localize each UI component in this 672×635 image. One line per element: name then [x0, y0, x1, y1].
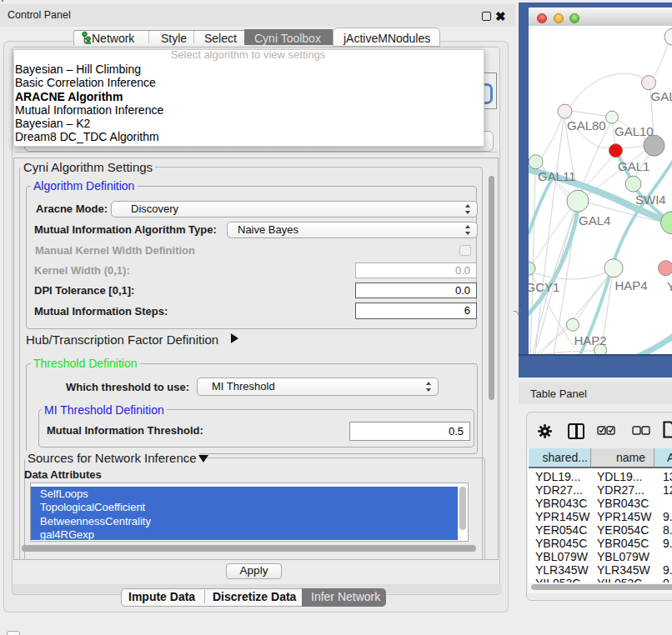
svg-text:GCY1: GCY1: [529, 280, 559, 294]
svg-text:SWI4: SWI4: [635, 192, 666, 207]
svg-text:GAL: GAL: [651, 89, 672, 103]
svg-text:GAL10: GAL10: [614, 124, 654, 138]
svg-text:HAP2: HAP2: [574, 333, 607, 348]
svg-text:GAL1: GAL1: [618, 159, 649, 173]
svg-text:GAL4: GAL4: [579, 213, 610, 228]
svg-text:HAP4: HAP4: [615, 278, 648, 292]
svg-text:GAL80: GAL80: [567, 118, 606, 132]
svg-text:Y: Y: [667, 279, 672, 293]
svg-text:GAL11: GAL11: [538, 169, 576, 183]
